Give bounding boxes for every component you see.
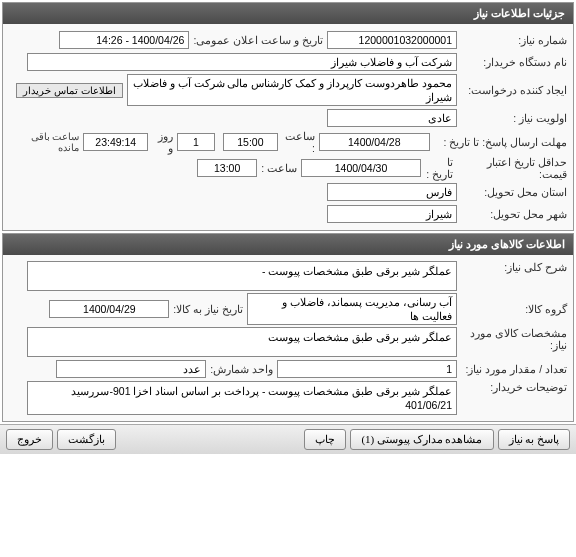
unit-value: عدد — [56, 360, 206, 378]
days-remaining: 1 — [177, 133, 214, 151]
exit-button[interactable]: خروج — [6, 429, 53, 450]
contact-buyer-button[interactable]: اطلاعات تماس خریدار — [16, 83, 123, 98]
buyer-value: شرکت آب و فاضلاب شیراز — [27, 53, 457, 71]
credit-to-label: تا تاریخ : — [421, 156, 457, 180]
goods-info-panel: اطلاعات کالاهای مورد نیاز ستاد ایران - ا… — [2, 233, 574, 422]
announce-value: 1400/04/26 - 14:26 — [59, 31, 189, 49]
credit-time-label: ساعت : — [257, 162, 301, 174]
credit-label: حداقل تاریخ اعتبار قیمت: — [457, 156, 567, 180]
row-city: شهر محل تحویل: شیراز — [9, 204, 567, 224]
footer-left-group: بازگشت خروج — [6, 429, 116, 450]
buyer-note-label: توضیحات خریدار: — [457, 381, 567, 393]
goods-info-body: ستاد ایران - اطلاعات رسانه ها شرح کلی نی… — [3, 255, 573, 421]
group-label: گروه کالا: — [457, 303, 567, 315]
respond-button[interactable]: پاسخ به نیاز — [498, 429, 571, 450]
qty-label: تعداد / مقدار مورد نیاز: — [457, 363, 567, 375]
deadline-time-label: ساعت : — [278, 130, 319, 154]
city-label: شهر محل تحویل: — [457, 208, 567, 220]
need-info-panel: جزئیات اطلاعات نیاز شماره نیاز: 12000010… — [2, 2, 574, 231]
buyer-label: نام دستگاه خریدار: — [457, 56, 567, 68]
row-buyer-note: توضیحات خریدار: عملگر شیر برقی طبق مشخصا… — [9, 381, 567, 415]
row-credit: حداقل تاریخ اعتبار قیمت: تا تاریخ : 1400… — [9, 156, 567, 180]
days-label: روز و — [148, 130, 177, 154]
requester-label: ایجاد کننده درخواست: — [457, 84, 567, 96]
row-desc: شرح کلی نیاز: عملگر شیر برقی طبق مشخصات … — [9, 261, 567, 291]
priority-value: عادی — [327, 109, 457, 127]
qty-value: 1 — [277, 360, 457, 378]
row-requester: ایجاد کننده درخواست: محمود طاهردوست کارپ… — [9, 74, 567, 106]
need-no-label: شماره نیاز: — [457, 34, 567, 46]
row-deadline: مهلت ارسال پاسخ: تا تاریخ : 1400/04/28 س… — [9, 130, 567, 154]
need-info-header: جزئیات اطلاعات نیاز — [3, 3, 573, 24]
need-date-value: 1400/04/29 — [49, 300, 169, 318]
remain-label: ساعت باقی مانده — [9, 131, 83, 153]
requester-value: محمود طاهردوست کارپرداز و کمک کارشناس ما… — [127, 74, 457, 106]
time-remaining: 23:49:14 — [83, 133, 148, 151]
city-value: شیراز — [327, 205, 457, 223]
deadline-time: 15:00 — [223, 133, 279, 151]
footer-right-group: پاسخ به نیاز مشاهده مدارک پیوستی (1) چاپ — [304, 429, 570, 450]
announce-label: تاریخ و ساعت اعلان عمومی: — [189, 34, 327, 46]
row-province: استان محل تحویل: فارس — [9, 182, 567, 202]
row-priority: اولویت نیاز : عادی — [9, 108, 567, 128]
group-value: آب رسانی، مدیریت پسماند، فاضلاب و فعالیت… — [247, 293, 457, 325]
desc-label: شرح کلی نیاز: — [457, 261, 567, 273]
back-button[interactable]: بازگشت — [57, 429, 116, 450]
province-label: استان محل تحویل: — [457, 186, 567, 198]
row-qty: تعداد / مقدار مورد نیاز: 1 واحد شمارش: ع… — [9, 359, 567, 379]
goods-info-header: اطلاعات کالاهای مورد نیاز — [3, 234, 573, 255]
row-group: گروه کالا: آب رسانی، مدیریت پسماند، فاضل… — [9, 293, 567, 325]
credit-time: 13:00 — [197, 159, 257, 177]
priority-label: اولویت نیاز : — [457, 112, 567, 124]
attachments-button[interactable]: مشاهده مدارک پیوستی (1) — [350, 429, 493, 450]
deadline-label: مهلت ارسال پاسخ: تا تاریخ : — [430, 136, 567, 148]
desc-value: عملگر شیر برقی طبق مشخصات پیوست - — [27, 261, 457, 291]
buyer-note-value: عملگر شیر برقی طبق مشخصات پیوست - پرداخت… — [27, 381, 457, 415]
province-value: فارس — [327, 183, 457, 201]
print-button[interactable]: چاپ — [304, 429, 346, 450]
spec-label: مشخصات کالای مورد نیاز: — [457, 327, 567, 351]
row-need-number: شماره نیاز: 1200001032000001 تاریخ و ساع… — [9, 30, 567, 50]
deadline-date: 1400/04/28 — [319, 133, 430, 151]
need-info-body: شماره نیاز: 1200001032000001 تاریخ و ساع… — [3, 24, 573, 230]
credit-date: 1400/04/30 — [301, 159, 421, 177]
need-date-label: تاریخ نیاز به کالا: — [169, 303, 247, 315]
spec-value: عملگر شیر برقی طبق مشخصات پیوست — [27, 327, 457, 357]
row-spec: مشخصات کالای مورد نیاز: عملگر شیر برقی ط… — [9, 327, 567, 357]
need-no-value: 1200001032000001 — [327, 31, 457, 49]
unit-label: واحد شمارش: — [206, 363, 277, 375]
row-buyer: نام دستگاه خریدار: شرکت آب و فاضلاب شیرا… — [9, 52, 567, 72]
footer-bar: پاسخ به نیاز مشاهده مدارک پیوستی (1) چاپ… — [0, 424, 576, 454]
